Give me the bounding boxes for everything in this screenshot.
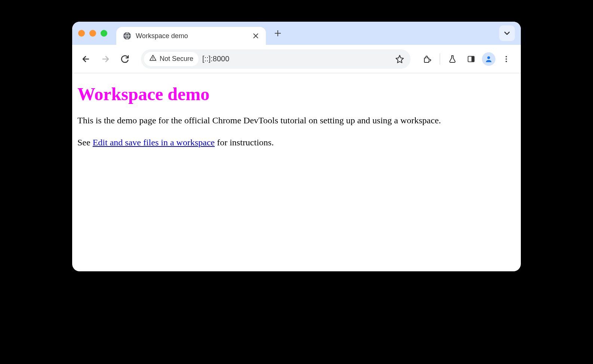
address-bar[interactable]: Not Secure [::]:8000 (141, 49, 411, 69)
side-panel-button[interactable] (463, 51, 479, 67)
bookmark-button[interactable] (392, 51, 408, 67)
page-paragraph-1: This is the demo page for the official C… (77, 115, 516, 126)
workspace-tutorial-link[interactable]: Edit and save files in a workspace (93, 138, 215, 147)
svg-rect-2 (471, 56, 474, 62)
forward-button[interactable] (98, 52, 113, 66)
paragraph-2-suffix: for instructions. (215, 138, 274, 147)
extensions-button[interactable] (420, 51, 435, 67)
close-tab-button[interactable] (252, 33, 259, 39)
toolbar-divider (440, 53, 440, 65)
minimize-window-button[interactable] (89, 30, 96, 37)
new-tab-button[interactable] (270, 26, 285, 41)
svg-point-4 (506, 56, 507, 57)
page-paragraph-2: See Edit and save files in a workspace f… (77, 137, 516, 148)
profile-button[interactable] (482, 52, 495, 66)
svg-point-3 (487, 56, 490, 59)
browser-window: Workspace demo Not Secure (72, 22, 521, 271)
maximize-window-button[interactable] (101, 30, 107, 37)
globe-icon (123, 32, 131, 40)
page-content: Workspace demo This is the demo page for… (72, 73, 521, 271)
labs-button[interactable] (445, 51, 460, 67)
menu-button[interactable] (498, 51, 514, 67)
window-controls (78, 30, 107, 37)
url-text: [::]:8000 (202, 55, 388, 63)
svg-point-6 (506, 61, 507, 62)
tab-title: Workspace demo (136, 32, 248, 40)
back-button[interactable] (79, 52, 93, 66)
svg-point-5 (506, 58, 507, 60)
security-label: Not Secure (160, 55, 193, 63)
browser-tab[interactable]: Workspace demo (116, 27, 266, 45)
toolbar-icons (420, 51, 514, 67)
browser-toolbar: Not Secure [::]:8000 (72, 45, 521, 73)
tab-strip: Workspace demo (72, 22, 521, 45)
security-chip[interactable]: Not Secure (144, 52, 199, 66)
paragraph-2-prefix: See (77, 138, 93, 147)
reload-button[interactable] (118, 52, 132, 66)
search-tabs-button[interactable] (499, 25, 515, 41)
page-heading: Workspace demo (77, 84, 516, 104)
close-window-button[interactable] (78, 30, 85, 37)
warning-icon (149, 54, 157, 64)
